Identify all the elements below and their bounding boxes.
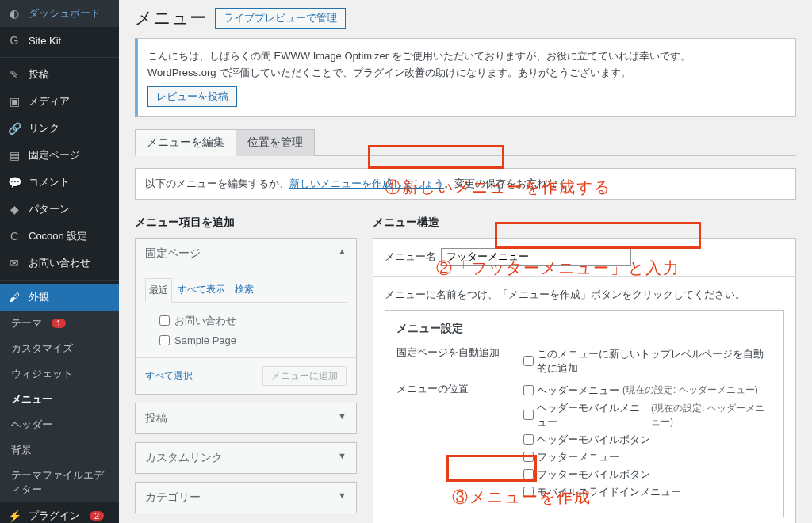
postbox-header[interactable]: カスタムリンク ▼ [136,443,356,473]
sidebar-item-label: ダッシュボード [29,6,101,21]
notice-text: WordPress.org で評価していただくことで、プラグイン改善の助けになり… [147,65,786,82]
postbox-title: 投稿 [145,411,167,426]
sidebar-item-label: ウィジェット [11,367,73,381]
sidebar-subitem[interactable]: メニュー [0,387,119,412]
annotation-box-2 [495,222,701,249]
annotation-text-3: ③メニューを作成 [452,487,592,508]
sidebar-submenu: テーマ1カスタマイズウィジェットメニューヘッダー背景テーマファイルエディター [0,311,119,502]
page-title: メニュー [135,6,207,30]
sidebar-item-label: カスタマイズ [11,342,73,356]
location-option[interactable]: ヘッダーメニュー (現在の設定: ヘッダーメニュー) [523,382,772,399]
location-option[interactable]: フッターメニュー [523,449,772,466]
option-text: ヘッダーメニュー [537,384,619,398]
select-all-link[interactable]: すべて選択 [145,369,193,383]
page-checkbox-row[interactable]: Sample Page [145,331,347,349]
sidebar-subitem[interactable]: テーマ1 [0,311,119,336]
add-to-menu-button[interactable]: メニューに追加 [262,366,347,386]
option-text: フッターメニュー [537,450,619,464]
sidebar-item[interactable]: 🔗リンク [0,115,119,142]
menu-icon: ▤ [6,147,22,163]
sidebar-item-label: パターン [29,202,70,216]
postbox-posts: 投稿 ▼ [135,403,357,434]
location-checkbox[interactable] [523,385,534,395]
sidebar-item[interactable]: 💬コメント [0,169,119,196]
sidebar-item-label: 外観 [29,290,49,304]
menu-name-label: メニュー名 [385,250,436,264]
postbox-custom-links: カスタムリンク ▼ [135,442,357,474]
menu-icon: G [6,32,22,48]
sidebar-item[interactable]: ◆パターン [0,196,119,223]
notice-text: こんにちは、しばらくの間 EWWW Image Optimizer をご使用いた… [147,48,786,65]
chevron-up-icon: ▲ [338,246,347,261]
menu-icon: ✉ [6,255,22,271]
subtab-all[interactable]: すべて表示 [174,278,228,301]
menu-icon: 🔗 [6,120,22,136]
annotation-box-3 [446,455,537,482]
page-checkbox-row[interactable]: お問い合わせ [145,311,347,331]
menu-edit-box: メニュー名 メニューに名前をつけ、「メニューを作成」ボタンをクリックしてください… [373,238,796,523]
add-items-heading: メニュー項目を追加 [135,216,357,230]
sidebar-subitem[interactable]: ヘッダー [0,412,119,437]
page-label: Sample Page [174,334,236,346]
sidebar-item[interactable]: ▤固定ページ [0,142,119,169]
sidebar-item[interactable]: ✉お問い合わせ [0,250,119,277]
auto-add-option[interactable]: このメニューに新しいトップレベルページを自動的に追加 [523,345,772,377]
count-badge: 1 [52,319,66,328]
menu-icon: 💬 [6,174,22,190]
sidebar-item-label: 背景 [11,443,32,457]
sidebar-subitem[interactable]: ウィジェット [0,361,119,387]
page-checkbox[interactable] [159,315,170,326]
count-badge: 2 [90,511,104,521]
notice-box: こんにちは、しばらくの間 EWWW Image Optimizer をご使用いた… [135,38,796,117]
menu-icon: ◐ [6,6,22,21]
location-option[interactable]: フッターモバイルボタン [523,466,772,483]
postbox-title: カテゴリー [145,491,201,505]
page-checkbox[interactable] [159,335,170,345]
subtab-search[interactable]: 検索 [232,278,257,301]
sidebar-item[interactable]: ◐ダッシュボード [0,0,119,27]
option-text: ヘッダーモバイルボタン [537,433,650,447]
subtab-recent[interactable]: 最近 [145,278,172,303]
option-text: このメニューに新しいトップレベルページを自動的に追加 [537,347,772,376]
sidebar-subitem[interactable]: 背景 [0,437,119,463]
chevron-down-icon: ▼ [338,451,347,465]
sidebar-item-label: リンク [29,121,59,136]
option-hint: (現在の設定: ヘッダーメニュー) [651,402,772,429]
menu-icon: ▣ [6,94,22,109]
chevron-down-icon: ▼ [338,411,347,426]
menu-icon: C [6,228,22,244]
sidebar-item-appearance[interactable]: 🖌 外観 [0,284,119,311]
sidebar-item-label: メニュー [11,392,52,407]
chevron-down-icon: ▼ [338,491,347,505]
brush-icon: 🖌 [6,289,22,305]
sidebar-subitem[interactable]: テーマファイルエディター [0,463,119,502]
tab-manage-locations[interactable]: 位置を管理 [236,129,315,156]
option-hint: (現在の設定: ヘッダーメニュー) [622,384,758,397]
postbox-header[interactable]: 投稿 ▼ [136,403,356,433]
sidebar-item[interactable]: ✎投稿 [0,61,119,88]
sidebar-item-label: Cocoon 設定 [29,229,87,243]
sidebar-item-label: Site Kit [29,35,61,47]
sidebar-item[interactable]: GSite Kit [0,27,119,54]
sidebar-item-label: テーマ [11,316,42,330]
postbox-header[interactable]: 固定ページ ▲ [136,239,356,269]
sidebar-item[interactable]: CCocoon 設定 [0,223,119,250]
live-preview-button[interactable]: ライブプレビューで管理 [215,8,346,29]
postbox-title: カスタムリンク [145,451,223,465]
location-checkbox[interactable] [523,410,534,420]
sidebar-item-label: テーマファイルエディター [11,468,113,497]
location-checkbox[interactable] [523,434,534,445]
add-menu-items-column: メニュー項目を追加 固定ページ ▲ 最近 すべて表示 検索 お問い合わせSamp… [135,216,357,523]
sidebar-item[interactable]: ⚡プラグイン2 [0,502,119,523]
postbox-pages: 固定ページ ▲ 最近 すべて表示 検索 お問い合わせSample Page すべ… [135,238,357,395]
review-button[interactable]: レビューを投稿 [147,86,237,107]
sidebar-item[interactable]: ▣メディア [0,88,119,115]
location-option[interactable]: ヘッダーモバイルボタン [523,431,772,449]
tab-edit-menus[interactable]: メニューを編集 [135,129,236,156]
sidebar-item-label: 固定ページ [29,148,80,162]
auto-add-checkbox[interactable] [523,356,534,366]
sidebar-subitem[interactable]: カスタマイズ [0,336,119,361]
annotation-box-1 [368,145,504,169]
location-option[interactable]: ヘッダーモバイルメニュー (現在の設定: ヘッダーメニュー) [523,399,772,431]
postbox-header[interactable]: カテゴリー ▼ [136,483,356,513]
